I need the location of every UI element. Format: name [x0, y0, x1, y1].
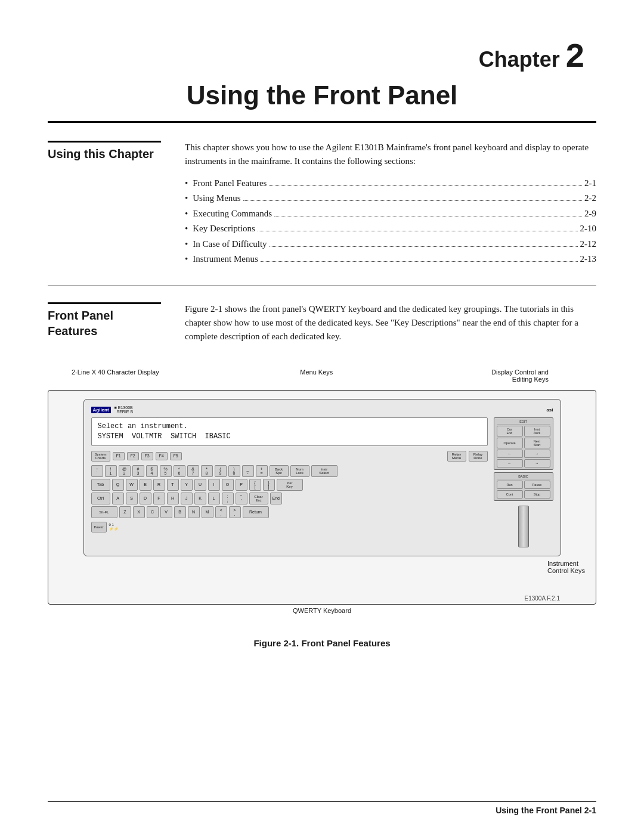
section-heading-using: Using this Chapter — [48, 141, 161, 162]
key-end: End — [270, 493, 282, 504]
key-t: T — [167, 479, 179, 491]
display-line-1: Select an instrument. — [98, 422, 481, 432]
basic-cluster-box: BASIC Run Pause Cont Stop — [494, 472, 553, 501]
key-y: Y — [181, 479, 193, 491]
key-operate: Operate — [497, 438, 523, 448]
figure-panel: Agilent ■ E1300B SERIE B asi Select an i… — [48, 390, 596, 605]
section-intro-text: This chapter shows you how to use the Ag… — [185, 141, 596, 169]
key-cur-end: CurEnd — [497, 426, 523, 436]
key-q: Q — [112, 479, 124, 491]
list-item: Front Panel Features 2-1 — [185, 176, 596, 191]
footer-text: Using the Front Panel 2-1 — [496, 806, 596, 815]
page-footer: Using the Front Panel 2-1 — [48, 801, 596, 815]
key-a: A — [112, 493, 124, 504]
toc-page: 2-9 — [584, 206, 596, 222]
keyboard-rows: ~` !1 @2 #3 $4 %5 ^6 &7 *8 (9 )0 — [91, 465, 488, 518]
toc-item-text: Key Descriptions 2-10 — [193, 221, 596, 237]
toc-item-text: Front Panel Features 2-1 — [193, 176, 596, 191]
power-indicators: 0 1⚡ ⚡ — [109, 523, 119, 531]
list-item: Using Menus 2-2 — [185, 191, 596, 206]
key-run: Run — [497, 481, 523, 489]
key-1: !1 — [105, 465, 117, 477]
key-shift-fl: Sh-FL — [91, 506, 117, 518]
key-c: C — [147, 506, 159, 518]
key-backspace: BackSpc — [270, 465, 289, 477]
key-row-2: Tab Q W E R T Y U I O P — [91, 479, 488, 491]
key-pause: Pause — [524, 481, 550, 489]
key-clear-esc: ClearEsc — [249, 493, 268, 504]
key-return: Return — [243, 506, 269, 518]
toc-label: Front Panel Features — [193, 176, 267, 191]
key-f: F — [153, 493, 165, 504]
keyboard-main-area: Select an instrument. SYSTEM VOLTMTR SWI… — [91, 417, 553, 550]
key-bracket-close: }] — [263, 479, 275, 491]
power-button: Power — [91, 522, 107, 532]
list-item: Executing Commands 2-9 — [185, 206, 596, 222]
section-left-fp: Front Panel Features — [48, 302, 161, 351]
key-5: %5 — [160, 465, 172, 477]
edit-cluster-box: EDIT CurEnd InstAscii Operate NextStart … — [494, 417, 553, 470]
toc-label: Using Menus — [193, 191, 240, 206]
rotary-knob — [518, 506, 529, 547]
page: Chapter2 Using the Front Panel Using thi… — [0, 0, 644, 833]
key-f4: F4 — [156, 452, 168, 460]
toc-page: 2-2 — [584, 191, 596, 206]
label-menu-keys: Menu Keys — [300, 368, 333, 376]
label-display-editing: Display Control andEditing Keys — [491, 368, 549, 383]
key-row-3: Ctrl A S D F H J K L :; "' — [91, 493, 488, 504]
key-m: M — [202, 506, 213, 518]
section-front-panel: Front Panel Features Figure 2-1 shows th… — [48, 302, 596, 351]
toc-page: 2-12 — [580, 237, 597, 252]
toc-dots — [258, 231, 578, 231]
key-r: R — [153, 479, 165, 491]
toc-dots — [243, 200, 582, 201]
key-9: (9 — [215, 465, 227, 477]
key-j: J — [181, 493, 193, 504]
basic-cluster-title: BASIC — [497, 475, 550, 479]
key-colon: :; — [222, 493, 234, 504]
key-right-arrow2: → — [524, 459, 550, 467]
toc-dots — [269, 185, 582, 186]
key-inst-ascii: InstAscii — [524, 426, 550, 436]
key-f2: F2 — [127, 452, 139, 460]
model-label: ■ E1300B SERIE B — [114, 405, 134, 414]
figure-bottom-labels: QWERTY Keyboard — [48, 607, 596, 631]
key-tab: Tab — [91, 479, 110, 491]
section-left-using: Using this Chapter — [48, 141, 161, 267]
keyboard-display: Select an instrument. SYSTEM VOLTMTR SWI… — [91, 417, 488, 446]
function-key-row: SystemCharts F1 F2 F3 F4 F5 RelayMenu Re… — [91, 451, 488, 462]
key-f1: F1 — [113, 452, 125, 460]
toc-item-text: Executing Commands 2-9 — [193, 206, 596, 222]
page-title: Using the Front Panel — [48, 80, 596, 110]
key-u: U — [194, 479, 206, 491]
key-f5: F5 — [170, 452, 182, 460]
toc-dots — [270, 246, 578, 247]
toc-dots — [261, 261, 578, 262]
key-left-arrow2: ← — [497, 459, 523, 467]
key-b: B — [174, 506, 186, 518]
section-right-fp: Figure 2-1 shows the front panel's QWERT… — [185, 302, 596, 351]
key-l: L — [208, 493, 220, 504]
key-equals: += — [256, 465, 268, 477]
key-next-start: NextStart — [524, 438, 550, 448]
key-left-arrow1: ← — [497, 450, 523, 458]
key-ctrl: Ctrl — [91, 493, 110, 504]
key-relay-done: RelayDone — [469, 451, 488, 462]
key-comma: <, — [215, 506, 227, 518]
key-8: *8 — [201, 465, 213, 477]
display-line-2: SYSTEM VOLTMTR SWITCH IBASIC — [98, 432, 481, 442]
key-row-4: Sh-FL Z X C V B N M <, >. Return — [91, 506, 488, 518]
toc-item-text: Instrument Menus 2-13 — [193, 252, 596, 267]
toc-dots — [274, 216, 582, 216]
keyboard-right: EDIT CurEnd InstAscii Operate NextStart … — [494, 417, 553, 550]
key-3: #3 — [132, 465, 144, 477]
keyboard-left: Select an instrument. SYSTEM VOLTMTR SWI… — [91, 417, 488, 550]
title-rule — [48, 121, 596, 123]
figure-wrapper: 2-Line X 40 Character Display Menu Keys … — [48, 368, 596, 648]
key-k: K — [194, 493, 206, 504]
key-6: ^6 — [174, 465, 185, 477]
key-right-arrow1: → — [524, 450, 550, 458]
key-e: E — [140, 479, 151, 491]
label-display-ctrl: 2-Line X 40 Character Display — [72, 368, 159, 376]
toc-label: Key Descriptions — [193, 221, 255, 237]
